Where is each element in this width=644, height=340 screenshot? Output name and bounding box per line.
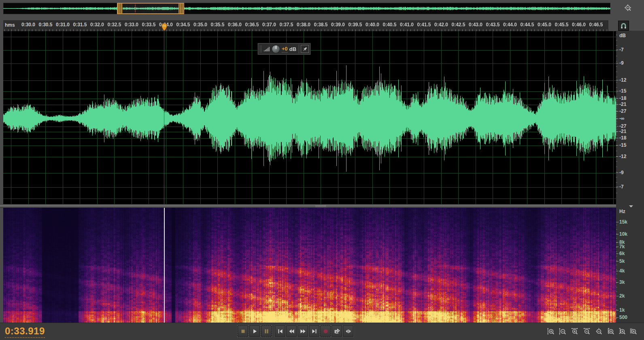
- scale-label: -27: [619, 123, 626, 129]
- panel-divider[interactable]: [0, 204, 616, 208]
- volume-bars-icon: [264, 46, 270, 52]
- hud-separator: [299, 44, 299, 53]
- spectrogram-playhead-line[interactable]: [164, 208, 165, 323]
- loop-playback-icon: [334, 328, 340, 334]
- record-button[interactable]: [320, 325, 331, 337]
- skip-selection-icon: [345, 328, 351, 334]
- vertical-scale-ticks: [616, 31, 620, 323]
- scale-menu-triangle-icon[interactable]: [629, 205, 633, 207]
- zoom-in-vertical-button[interactable]: [546, 326, 556, 336]
- scale-label: -15: [619, 142, 626, 148]
- scale-label: 10k: [619, 231, 627, 237]
- volume-hud[interactable]: +0 dB: [258, 43, 310, 55]
- zoom-out-full-icon: [595, 327, 603, 336]
- scale-label: 1k: [619, 307, 625, 313]
- gain-value[interactable]: +0: [282, 46, 288, 53]
- scale-label: 6k: [619, 251, 625, 256]
- scale-label: -21: [619, 101, 626, 107]
- hud-drag-handle[interactable]: [259, 45, 262, 53]
- scale-label: 7k: [619, 244, 625, 249]
- pause-button[interactable]: [261, 325, 272, 337]
- scale-label: 15k: [619, 219, 627, 225]
- scale-label: Hz: [619, 209, 625, 214]
- scale-label: -27: [619, 108, 626, 114]
- snapping-toggle[interactable]: [618, 21, 629, 31]
- zoom-to-selection-icon: [629, 327, 638, 336]
- zoom-in-horizontal-icon: [570, 327, 579, 336]
- zoom-out-full-icon: [623, 4, 633, 13]
- playhead-pin[interactable]: [161, 23, 168, 31]
- scale-label: -18: [619, 135, 626, 141]
- stop-icon: [240, 328, 246, 334]
- skip-selection-button[interactable]: [343, 325, 353, 337]
- scale-label: -18: [619, 95, 626, 101]
- current-time-display[interactable]: 0:33.919: [5, 325, 45, 338]
- fast-forward-button[interactable]: [298, 325, 308, 337]
- loop-playback-button[interactable]: [332, 325, 342, 337]
- zoom-in-at-out-point-icon: [618, 327, 627, 336]
- skip-to-start-button[interactable]: [275, 325, 285, 337]
- magnet-icon: [620, 23, 627, 29]
- navigate-zoom-out-button[interactable]: [621, 3, 635, 15]
- play-button[interactable]: [249, 325, 260, 337]
- zoom-to-selection-button[interactable]: [628, 326, 639, 336]
- waveform-display[interactable]: [3, 31, 616, 204]
- audio-editor-window: hms 0:30.00:30.50:31.00:31.50:32.00:32.5…: [0, 0, 644, 340]
- viewport-left-handle[interactable]: [118, 4, 123, 13]
- gain-knob[interactable]: [272, 45, 280, 53]
- waveform-playhead-line[interactable]: [164, 31, 164, 204]
- scale-label: 2k: [619, 293, 625, 299]
- transport-bar: 0:33.919: [0, 323, 644, 340]
- play-icon: [252, 328, 258, 334]
- skip-to-end-icon: [311, 328, 317, 334]
- spectrogram-display[interactable]: [3, 208, 616, 323]
- skip-to-start-icon: [277, 328, 283, 334]
- zoom-out-vertical-icon: [559, 327, 567, 336]
- scale-label: -21: [619, 129, 626, 134]
- rewind-button[interactable]: [286, 325, 297, 337]
- viewport-right-handle[interactable]: [179, 4, 183, 13]
- zoom-in-at-out-point-button[interactable]: [617, 326, 627, 336]
- vertical-scale-panel[interactable]: dB-7-9-12-15-18-21-27-∞-27-21-18-15-12-9…: [616, 31, 644, 323]
- scale-label: dB: [619, 33, 626, 38]
- scale-label: -12: [619, 154, 626, 159]
- fast-forward-icon: [300, 328, 306, 334]
- zoom-in-at-in-point-icon: [607, 327, 615, 336]
- gain-unit-label: dB: [289, 46, 296, 52]
- scale-label: 5k: [619, 258, 625, 264]
- zoom-in-horizontal-button[interactable]: [569, 326, 580, 336]
- scale-label: -12: [619, 77, 626, 83]
- timeline-ticks: [3, 20, 608, 31]
- divider-grip-handle[interactable]: [315, 205, 326, 207]
- overview-viewport-selection[interactable]: [117, 3, 184, 14]
- overview-playhead-line: [135, 3, 136, 14]
- scale-label: 4k: [619, 268, 625, 274]
- stop-button[interactable]: [238, 325, 248, 337]
- zoom-out-vertical-button[interactable]: [557, 326, 568, 336]
- zoom-out-full-button[interactable]: [593, 326, 604, 336]
- rewind-icon: [289, 328, 295, 334]
- skip-to-end-button[interactable]: [309, 325, 319, 337]
- scale-label: -15: [619, 88, 626, 94]
- zoom-in-at-in-point-button[interactable]: [606, 326, 616, 336]
- zoom-out-horizontal-button[interactable]: [581, 326, 592, 336]
- pin-icon: [302, 46, 308, 52]
- overview-waveform[interactable]: [3, 3, 610, 14]
- zoom-in-vertical-icon: [547, 327, 555, 336]
- record-icon: [323, 328, 329, 334]
- hud-pin-button[interactable]: [301, 45, 309, 53]
- scale-label: 3k: [619, 279, 625, 285]
- zoom-out-horizontal-icon: [582, 327, 591, 336]
- pause-icon: [264, 328, 270, 334]
- scale-label: 500: [619, 315, 627, 320]
